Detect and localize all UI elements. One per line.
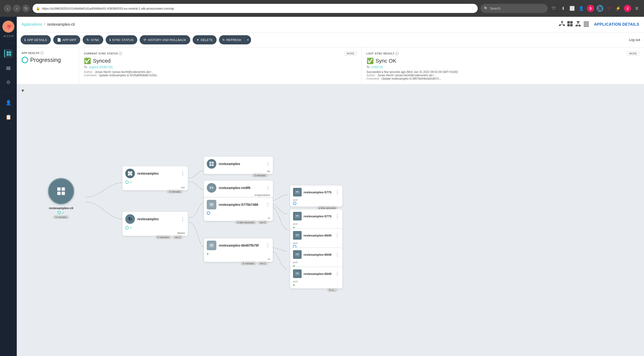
deploy-node-menu[interactable]: ⋮ <box>181 217 185 221</box>
tabs-icon[interactable]: ⬜ <box>569 5 576 12</box>
pod2-node[interactable]: restexamples-5775 ⋮ pod ♥ a few se... <box>290 209 342 231</box>
pod4-menu[interactable]: ⋮ <box>335 252 340 257</box>
endpointslice-node-header: ES restexamples-rm9f6 ⋮ <box>204 181 273 194</box>
sync-status-button[interactable]: ℹ SYNC STATUS <box>106 35 137 44</box>
pod3-node[interactable]: restexamples-6649 ⋮ pod 5 minut... <box>290 228 342 250</box>
logout-button[interactable]: Log out <box>629 38 640 42</box>
current-sync-header: CURRENT SYNC STATUS i MORE <box>84 51 357 56</box>
sidebar-divider-2 <box>4 92 13 93</box>
avatar-s[interactable]: S <box>587 5 594 12</box>
root-node[interactable] <box>48 178 74 204</box>
svg-rect-4 <box>6 67 10 67</box>
rs1-node[interactable]: restexamples-5775b7486 ⋮ rs a few second… <box>204 197 273 221</box>
svc-time-badge: 5 minutes <box>167 190 183 194</box>
pod1-node[interactable]: restexamples-5775 ⋮ pod a few seconds <box>290 185 342 207</box>
refresh-caret[interactable]: ▾ <box>244 37 251 43</box>
delete-button[interactable]: ✕ DELETE <box>192 35 217 44</box>
search-icon: 🔍 <box>484 7 488 10</box>
search-bar[interactable]: 🔍 Search <box>480 4 548 13</box>
breadcrumb-parent-link[interactable]: Applications <box>22 22 42 27</box>
pod5-node[interactable]: restexamples-6649 ⋮ pod ♥ 5 m... <box>290 267 342 289</box>
user-avatar[interactable]: J <box>624 5 631 12</box>
app-health-info-icon[interactable]: i <box>40 51 44 55</box>
app-details-button[interactable]: ℹ APP DETAILS <box>20 35 51 44</box>
extension1-icon[interactable]: ▽ <box>606 5 612 12</box>
shield-icon[interactable]: 🛡 <box>550 5 557 12</box>
svg-rect-3 <box>9 54 11 56</box>
app-logo[interactable]: 🐙 <box>2 21 14 33</box>
sync-button[interactable]: ↻ SYNC <box>83 35 103 44</box>
current-sync-target: To argocd (f249718) <box>84 65 357 69</box>
svg-rect-46 <box>210 245 213 246</box>
profile-icon[interactable]: 👤 <box>578 5 584 12</box>
forward-button[interactable]: › <box>13 5 20 12</box>
current-sync-info-icon[interactable]: i <box>119 52 122 55</box>
main-content: Applications / restexamples-cli APPLICAT… <box>17 17 644 356</box>
current-sync-more-button[interactable]: MORE <box>344 51 357 56</box>
rs1-node-menu[interactable]: ⋮ <box>266 203 270 207</box>
svg-rect-14 <box>567 21 570 24</box>
endpointslice-node-title: restexamples-rm9f6 <box>219 186 250 190</box>
reload-button[interactable]: ↻ <box>22 5 30 12</box>
refresh-split-button[interactable]: ↻ REFRESH ▾ <box>219 35 251 44</box>
filter-icon[interactable]: ▼ <box>20 88 25 93</box>
svc-node-menu[interactable]: ⋮ <box>181 171 185 175</box>
grid-view-icon[interactable] <box>567 21 573 28</box>
deploy-rev-badge: rev:2 <box>172 235 183 239</box>
endpointslice-node-menu[interactable]: ⋮ <box>266 186 270 190</box>
refresh-main-button[interactable]: ↻ REFRESH <box>219 36 244 44</box>
breadcrumb: Applications / restexamples-cli <box>22 22 557 27</box>
browser-toolbar-icons: 🛡 ⬇ ⬜ 👤 S 🎥 ▽ ⚡ J ≡ <box>550 5 640 12</box>
sidebar-item-layers[interactable] <box>4 64 13 72</box>
sidebar-item-docs[interactable]: 📋 <box>4 113 13 121</box>
page-title: APPLICATION DETAILS <box>594 22 639 27</box>
sidebar-item-settings[interactable]: ⚙ <box>4 78 13 87</box>
history-rollback-button[interactable]: ⟳ HISTORY AND ROLLBACK <box>140 35 190 44</box>
sidebar-item-applications[interactable] <box>4 49 13 58</box>
svg-rect-42 <box>210 204 213 204</box>
network-view-icon[interactable] <box>575 21 581 28</box>
history-icon: ⟳ <box>144 38 146 42</box>
pod1-node-header: restexamples-5775 ⋮ <box>290 186 342 198</box>
svg-rect-5 <box>6 68 10 69</box>
pod4-type: pod <box>290 260 342 264</box>
deploy-time-badge: 5 minutes <box>155 235 172 239</box>
svg-rect-7 <box>561 21 563 23</box>
last-sync-check-icon: ✅ <box>366 58 374 64</box>
last-sync-info-icon[interactable]: i <box>395 52 399 55</box>
svg-rect-43 <box>210 205 213 205</box>
ep-node-menu[interactable]: ⋮ <box>266 162 270 166</box>
extension2-icon[interactable]: ⚡ <box>615 5 622 12</box>
deploy-node[interactable]: ↻ restexamples ⋮ ✓ deploy 5 minutes rev:… <box>122 212 188 236</box>
last-sync-more-button[interactable]: MORE <box>627 51 639 56</box>
svg-rect-52 <box>296 235 298 235</box>
svg-rect-47 <box>296 191 299 194</box>
download-icon[interactable]: ⬇ <box>560 5 566 12</box>
svg-rect-33 <box>128 174 130 175</box>
rs2-node-menu[interactable]: ⋮ <box>266 243 270 248</box>
pod2-menu[interactable]: ⋮ <box>335 214 340 218</box>
current-sync-link[interactable]: argocd (f249718) <box>89 65 112 69</box>
rs2-node[interactable]: restexamples-66497fb79f ⋮ ♥ rs 5 minutes… <box>204 238 273 262</box>
app-diff-button[interactable]: 📄 APP DIFF <box>53 35 80 44</box>
list-view-icon[interactable] <box>583 21 590 28</box>
back-button[interactable]: ‹ <box>4 5 12 12</box>
address-bar[interactable]: 🔒 https://a198628202c514bb6b81d1ad5688dc… <box>32 4 478 13</box>
tree-view-icon[interactable] <box>559 21 565 28</box>
sidebar-item-user[interactable]: 👤 <box>4 98 13 107</box>
bookmark-icon[interactable]: ☆ <box>471 6 474 11</box>
pod1-menu[interactable]: ⋮ <box>335 190 340 194</box>
browser-chrome: ‹ › ↻ 🔒 https://a198628202c514bb6b81d1ad… <box>0 0 644 17</box>
svg-rect-34 <box>130 174 132 175</box>
menu-icon[interactable]: ≡ <box>634 5 640 12</box>
svg-rect-15 <box>570 21 572 24</box>
ep-node[interactable]: restexamples ⋮ ep 5 minutes <box>204 156 273 174</box>
pod5-menu[interactable]: ⋮ <box>335 272 340 276</box>
endpointslice-node[interactable]: ES restexamples-rm9f6 ⋮ endpointslice 5 … <box>204 181 273 198</box>
svc-node[interactable]: restexamples ⋮ ✓ svc 5 minutes <box>122 166 188 191</box>
zoom-icon[interactable]: 🎥 <box>596 5 603 12</box>
url-text: https://a198628202c514bb6b81d1ad5688dc91… <box>42 7 469 10</box>
pod4-node[interactable]: restexamples-6649 ⋮ pod ♥ 5 m... <box>290 248 342 269</box>
pod3-menu[interactable]: ⋮ <box>335 233 340 238</box>
last-sync-link[interactable]: f249718 <box>372 65 383 69</box>
